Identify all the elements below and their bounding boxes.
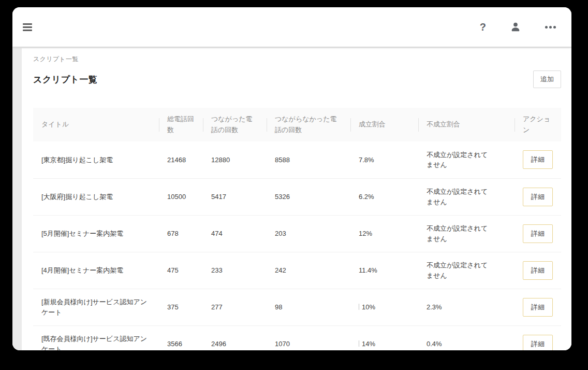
cell-connected-calls: 233 [203, 252, 267, 289]
cell-unconnected-calls: 5326 [267, 178, 350, 215]
top-bar: ? [12, 7, 571, 47]
cell-action: 詳細 [514, 141, 561, 178]
cell-action: 詳細 [514, 178, 561, 215]
cursor-tick [359, 340, 359, 347]
cell-success-rate: 11.4% [350, 252, 418, 289]
detail-button[interactable]: 詳細 [523, 150, 553, 169]
main-panel: スクリプト一覧 スクリプト一覧 追加 タイトル 総電話回数 つながった電話の回数… [22, 48, 571, 350]
cell-action: 詳細 [514, 215, 561, 252]
detail-button[interactable]: 詳細 [523, 224, 553, 243]
cell-total-calls: 10500 [159, 178, 203, 215]
cell-action: 詳細 [514, 325, 561, 350]
app-window: ? スクリプト一覧 スクリプト一覧 追加 [12, 7, 571, 350]
table-row: [既存会員様向け]サービス認知アンケート 3566 2496 1070 14% … [33, 325, 561, 350]
cell-unconnected-calls: 203 [267, 215, 350, 252]
table-row: [新規会員様向け]サービス認知アンケート 375 277 98 10% 2.3%… [33, 289, 561, 325]
script-table: タイトル 総電話回数 つながった電話の回数 つながらなかった電話の回数 成立割合… [33, 108, 561, 350]
table-row: [5月開催]セミナー案内架電 678 474 203 12% 不成立が設定されて… [33, 215, 561, 252]
cell-total-calls: 678 [159, 215, 203, 252]
cell-unconnected-calls: 1070 [267, 325, 350, 350]
cell-unconnected-calls: 98 [267, 289, 350, 325]
cell-connected-calls: 12880 [203, 141, 267, 178]
detail-button[interactable]: 詳細 [523, 298, 553, 317]
table-row: [大阪府]掘り起こし架電 10500 5417 5326 6.2% 不成立が設定… [33, 178, 561, 215]
cell-total-calls: 375 [159, 289, 203, 325]
cell-success-rate: 10% [350, 289, 418, 325]
cell-title: [新規会員様向け]サービス認知アンケート [33, 289, 159, 325]
help-icon[interactable]: ? [480, 21, 486, 33]
table-row: [4月開催]セミナー案内架電 475 233 242 11.4% 不成立が設定さ… [33, 252, 561, 289]
breadcrumb[interactable]: スクリプト一覧 [33, 55, 561, 64]
detail-button[interactable]: 詳細 [523, 188, 553, 206]
menu-icon[interactable] [22, 20, 33, 35]
content-area: スクリプト一覧 スクリプト一覧 追加 タイトル 総電話回数 つながった電話の回数… [12, 48, 571, 350]
cell-total-calls: 3566 [159, 325, 203, 350]
cursor-tick [359, 304, 359, 310]
page-title: スクリプト一覧 [33, 74, 98, 86]
col-header-title: タイトル [33, 108, 159, 141]
cell-success-rate: 14% [350, 325, 418, 350]
cell-failure-rate: 2.3% [418, 289, 514, 325]
col-header-failure-rate: 不成立割合 [418, 108, 514, 141]
cell-unconnected-calls: 8588 [267, 141, 350, 178]
user-icon[interactable] [510, 21, 521, 33]
col-header-action: アクション [514, 108, 561, 141]
cell-title: [既存会員様向け]サービス認知アンケート [33, 325, 159, 350]
cell-connected-calls: 277 [203, 289, 267, 325]
col-header-total-calls: 総電話回数 [159, 108, 203, 141]
cell-title: [5月開催]セミナー案内架電 [33, 215, 159, 252]
detail-button[interactable]: 詳細 [523, 335, 553, 350]
add-button[interactable]: 追加 [533, 70, 561, 88]
cell-success-rate: 7.8% [350, 141, 418, 178]
col-header-connected-calls: つながった電話の回数 [203, 108, 267, 141]
cell-success-rate: 6.2% [350, 178, 418, 215]
cell-success-rate: 12% [350, 215, 418, 252]
col-header-success-rate: 成立割合 [350, 108, 418, 141]
col-header-unconnected-calls: つながらなかった電話の回数 [267, 108, 350, 141]
cell-failure-rate: 不成立が設定されてません [418, 178, 514, 215]
cell-title: [4月開催]セミナー案内架電 [33, 252, 159, 289]
cell-failure-rate: 不成立が設定されてません [418, 141, 514, 178]
cell-connected-calls: 5417 [203, 178, 267, 215]
cell-title: [東京都]掘り起こし架電 [33, 141, 159, 178]
detail-button[interactable]: 詳細 [523, 261, 553, 280]
cell-failure-rate: 0.4% [418, 325, 514, 350]
more-icon[interactable] [545, 26, 556, 29]
cell-total-calls: 21468 [159, 141, 203, 178]
cell-connected-calls: 2496 [203, 325, 267, 350]
cell-total-calls: 475 [159, 252, 203, 289]
table-body: [東京都]掘り起こし架電 21468 12880 8588 7.8% 不成立が設… [33, 141, 561, 350]
cell-unconnected-calls: 242 [267, 252, 350, 289]
table-header-row: タイトル 総電話回数 つながった電話の回数 つながらなかった電話の回数 成立割合… [33, 108, 561, 141]
cell-action: 詳細 [514, 252, 561, 289]
table-row: [東京都]掘り起こし架電 21468 12880 8588 7.8% 不成立が設… [33, 141, 561, 178]
cell-title: [大阪府]掘り起こし架電 [33, 178, 159, 215]
cell-action: 詳細 [514, 289, 561, 325]
cell-failure-rate: 不成立が設定されてません [418, 215, 514, 252]
cell-connected-calls: 474 [203, 215, 267, 252]
cell-failure-rate: 不成立が設定されてません [418, 252, 514, 289]
